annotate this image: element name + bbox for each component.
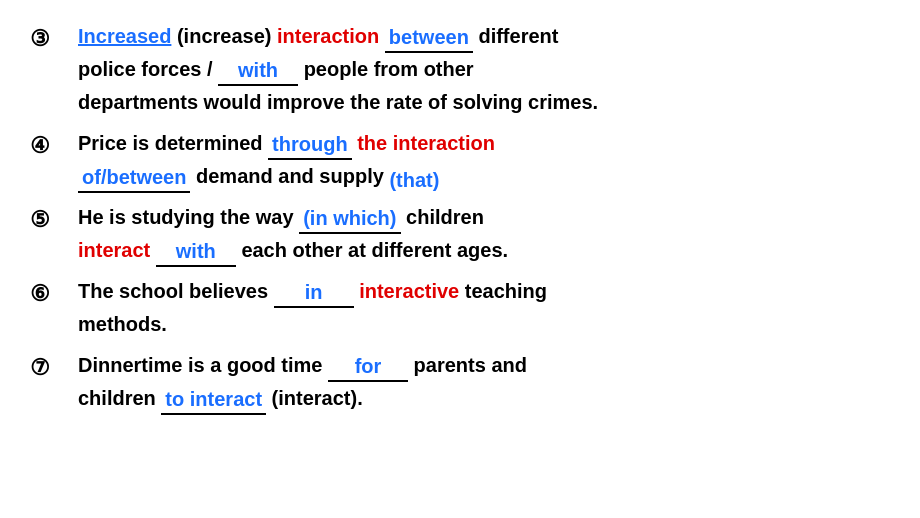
- item-7-content: Dinnertime is a good time for parents an…: [78, 349, 890, 415]
- answer-that: (that): [389, 169, 439, 191]
- item-3-number: ③: [30, 20, 78, 56]
- answer-interaction: interaction: [277, 25, 379, 47]
- answer-increased: Increased: [78, 25, 171, 47]
- item-7-word4: (interact).: [272, 387, 363, 409]
- item-7-word2: parents and: [414, 354, 527, 376]
- item-4-number: ④: [30, 127, 78, 163]
- answer-in-which: (in which): [299, 204, 400, 234]
- item-3-content: Increased (increase) interaction between…: [78, 20, 890, 119]
- item-4-line1: Price is determined through the interact…: [78, 132, 495, 154]
- item-3-text1: Increased (increase) interaction between…: [78, 25, 558, 47]
- item-5-content: He is studying the way (in which) childr…: [78, 201, 890, 267]
- item-5-word2: children: [406, 206, 484, 228]
- item-3-word3: police forces /: [78, 58, 218, 80]
- item-5-number: ⑤: [30, 201, 78, 237]
- item-3-line2: police forces / with people from other: [78, 58, 474, 80]
- item-7-word3: children: [78, 387, 161, 409]
- answer-between: between: [385, 23, 473, 53]
- item-6-content: The school believes in interactive teach…: [78, 275, 890, 341]
- item-5-word3: each other at different ages.: [241, 239, 508, 261]
- item-6-line2: methods.: [78, 313, 167, 335]
- item-3-word4: people from other: [304, 58, 474, 80]
- answer-with-2: with: [156, 237, 236, 267]
- item-3-line3: departments would improve the rate of so…: [78, 91, 598, 113]
- item-4: ④ Price is determined through the intera…: [30, 127, 890, 193]
- item-3: ③ Increased (increase) interaction betwe…: [30, 20, 890, 119]
- item-7-number: ⑦: [30, 349, 78, 385]
- item-7-line2: children to interact (interact).: [78, 387, 363, 409]
- answer-interactive: interactive: [359, 280, 459, 302]
- item-7-line1: Dinnertime is a good time for parents an…: [78, 354, 527, 376]
- answer-to-interact: to interact: [161, 385, 266, 415]
- answer-in: in: [274, 278, 354, 308]
- item-5: ⑤ He is studying the way (in which) chil…: [30, 201, 890, 267]
- answer-interact: interact: [78, 239, 150, 261]
- answer-through: through: [268, 130, 352, 160]
- item-3-word1: (increase): [177, 25, 277, 47]
- item-6: ⑥ The school believes in interactive tea…: [30, 275, 890, 341]
- item-6-word2: teaching: [465, 280, 547, 302]
- item-3-word2: different: [478, 25, 558, 47]
- item-6-word1: The school believes: [78, 280, 274, 302]
- item-7: ⑦ Dinnertime is a good time for parents …: [30, 349, 890, 415]
- answer-for: for: [328, 352, 408, 382]
- answer-with-1: with: [218, 56, 298, 86]
- item-4-word1: Price is determined: [78, 132, 268, 154]
- item-4-word2: demand and supply: [196, 165, 384, 187]
- item-5-word1: He is studying the way: [78, 206, 299, 228]
- item-4-line2: of/between demand and supply (that): [78, 165, 439, 187]
- item-6-line1: The school believes in interactive teach…: [78, 280, 547, 302]
- item-5-line1: He is studying the way (in which) childr…: [78, 206, 484, 228]
- item-5-line2: interact with each other at different ag…: [78, 239, 508, 261]
- item-6-number: ⑥: [30, 275, 78, 311]
- answer-the-interaction: the interaction: [357, 132, 495, 154]
- item-4-content: Price is determined through the interact…: [78, 127, 890, 193]
- answer-of-between: of/between: [78, 163, 190, 193]
- item-7-word1: Dinnertime is a good time: [78, 354, 328, 376]
